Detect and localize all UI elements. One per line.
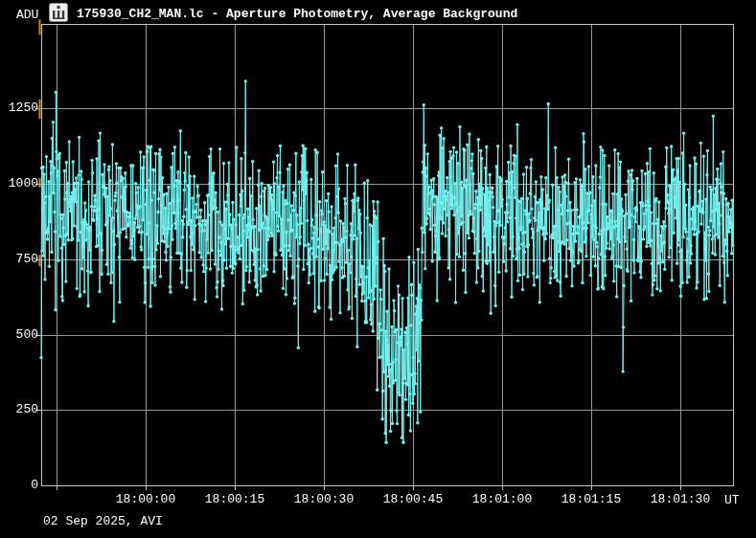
y-tick-label: 0: [0, 479, 38, 491]
recording-date-label: 02 Sep 2025, AVI: [43, 514, 163, 528]
x-tick-label: 18:00:15: [196, 493, 273, 505]
y-axis-unit-label: ADU: [16, 8, 38, 22]
x-tick-label: 18:00:00: [107, 493, 184, 505]
plot-title: 175930_CH2_MAN.lc - Aperture Photometry,…: [77, 7, 517, 21]
y-tick-label: 1000: [0, 177, 38, 190]
x-tick-label: 18:01:00: [464, 493, 540, 505]
y-tick-label: 500: [0, 328, 38, 341]
x-tick-label: 18:00:30: [286, 493, 362, 505]
y-tick-label: 1250: [0, 101, 38, 114]
y-tick-label: 750: [0, 253, 38, 265]
x-tick-label: 18:01:15: [553, 493, 630, 505]
x-axis-unit-label: UT: [724, 493, 753, 507]
lightcurve-icon: [49, 3, 68, 22]
lightcurve-window: ADU 175930_CH2_MAN.lc - Aperture Photome…: [0, 0, 756, 538]
x-tick-label: 18:01:30: [642, 493, 719, 505]
x-tick-label: 18:00:45: [375, 493, 451, 505]
y-tick-label: 250: [0, 403, 38, 415]
lightcurve-chart[interactable]: [0, 0, 756, 538]
